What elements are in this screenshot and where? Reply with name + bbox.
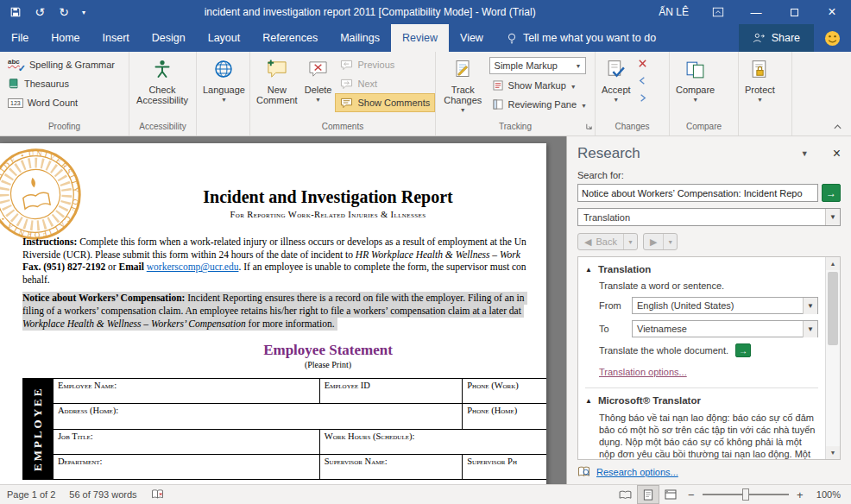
zoom-slider-thumb[interactable] (742, 488, 749, 501)
web-layout-button[interactable] (659, 485, 682, 504)
reviewing-pane-button[interactable]: Reviewing Pane ▼ (488, 95, 592, 114)
group-label-protect (739, 121, 791, 135)
table-cell[interactable]: Supervisor Name: (319, 454, 462, 479)
proofing-status-button[interactable] (144, 485, 171, 504)
table-cell[interactable]: Supervisor Ph (463, 454, 546, 479)
previous-comment-button[interactable]: Previous (335, 55, 435, 74)
next-comment-button[interactable]: Next (335, 74, 435, 93)
show-comments-toggle[interactable]: Show Comments (335, 93, 435, 112)
share-button[interactable]: Share (739, 24, 814, 52)
document-canvas[interactable]: UNIVERSITY OF CALIFORNIA • RIVERSIDE • I… (0, 136, 566, 484)
to-language-select[interactable]: Vietnamese ▼ (632, 320, 818, 337)
tab-mailings[interactable]: Mailings (329, 24, 391, 52)
table-cell[interactable]: Phone (Work) (463, 379, 546, 404)
zoom-level[interactable]: 100% (810, 489, 851, 500)
read-mode-icon (619, 490, 632, 500)
scroll-up-button[interactable]: ▲ (826, 257, 840, 270)
reject-change-button[interactable] (636, 57, 650, 69)
track-changes-button[interactable]: Track Changes ▼ (438, 54, 488, 121)
email-link[interactable]: workerscomp@ucr.edu (147, 261, 239, 272)
translate-document-button[interactable]: → (735, 343, 751, 357)
divider (585, 387, 818, 388)
translator-section-header[interactable]: ▲ Microsoft® Translator (585, 395, 818, 406)
pane-options-button[interactable]: ▼ (801, 149, 809, 158)
table-cell[interactable]: Phone (Home) (463, 404, 546, 429)
back-history-dropdown[interactable]: ▼ (623, 234, 637, 249)
compare-icon (684, 59, 706, 80)
tab-insert[interactable]: Insert (91, 24, 141, 52)
spelling-grammar-button[interactable]: abc✓ Spelling & Grammar (3, 55, 120, 74)
forward-history-dropdown[interactable]: ▼ (663, 234, 677, 249)
tell-me-box[interactable]: Tell me what you want to do (495, 24, 668, 52)
scrollbar-thumb[interactable] (828, 272, 838, 345)
document-page[interactable]: UNIVERSITY OF CALIFORNIA • RIVERSIDE • I… (0, 143, 546, 484)
signed-in-user[interactable]: ẤN LÊ (659, 6, 689, 18)
maximize-button[interactable] (775, 0, 813, 24)
tab-layout[interactable]: Layout (197, 24, 252, 52)
customize-qat-button[interactable]: ▾ (76, 0, 91, 24)
read-mode-button[interactable] (615, 485, 637, 504)
page-indicator[interactable]: Page 1 of 2 (0, 485, 62, 504)
zoom-in-button[interactable]: + (791, 488, 810, 501)
tab-review[interactable]: Review (391, 24, 449, 52)
research-search-input[interactable] (577, 184, 818, 202)
redo-button[interactable]: ↻ (52, 0, 76, 24)
display-for-review-select[interactable]: Simple Markup ▼ (489, 57, 586, 74)
reference-source-select[interactable]: Translation ▼ (577, 208, 841, 226)
delete-comment-button[interactable]: Delete ▼ (301, 54, 336, 121)
group-label-changes: Changes (596, 121, 669, 135)
accessibility-person-icon (152, 59, 173, 79)
group-label-language (197, 121, 249, 135)
results-scrollbar[interactable]: ▲ ▼ (825, 257, 840, 459)
save-button[interactable] (3, 0, 28, 24)
forward-button[interactable]: ▶ ▼ (643, 233, 678, 250)
start-search-button[interactable]: → (822, 184, 841, 202)
scrollbar-track[interactable] (826, 270, 840, 446)
undo-button[interactable]: ↺ (28, 0, 52, 24)
from-language-select[interactable]: English (United States) ▼ (632, 297, 818, 314)
word-count-indicator[interactable]: 56 of 793 words (62, 485, 143, 504)
feedback-button[interactable] (814, 24, 851, 52)
translation-section-header[interactable]: ▲ Translation (585, 264, 818, 274)
ribbon-display-options-button[interactable] (699, 0, 737, 24)
table-cell[interactable]: Department: (54, 454, 320, 479)
table-cell[interactable]: Job Title: (54, 429, 320, 454)
back-button[interactable]: ◀Back ▼ (577, 233, 638, 250)
thesaurus-button[interactable]: Thesaurus (3, 74, 120, 93)
tracking-dialog-launcher[interactable] (585, 122, 593, 134)
titlebar: ↺ ↻ ▾ incident and investigation report … (0, 0, 851, 24)
protect-button[interactable]: Protect ▼ (741, 54, 779, 121)
next-change-button[interactable] (636, 91, 650, 104)
collapse-ribbon-button[interactable] (833, 118, 842, 134)
language-button[interactable]: Language ▼ (199, 54, 249, 121)
table-cell[interactable]: Employee Name: (54, 379, 320, 404)
translation-options-link[interactable]: Translation options... (599, 367, 687, 377)
tab-home[interactable]: Home (40, 24, 91, 52)
to-label: To (599, 324, 625, 334)
research-options-link[interactable]: Research options... (596, 467, 678, 477)
table-cell[interactable]: Address (Home): (54, 404, 463, 429)
tab-view[interactable]: View (449, 24, 495, 52)
previous-change-button[interactable] (636, 74, 650, 86)
next-comment-icon (340, 79, 353, 90)
tab-file[interactable]: File (0, 24, 40, 52)
tab-design[interactable]: Design (141, 24, 197, 52)
research-results: ▲ Translation Translate a word or senten… (577, 256, 841, 460)
table-cell[interactable]: Work Hours (Schedule): (319, 429, 546, 454)
scroll-down-button[interactable]: ▼ (826, 446, 840, 459)
tab-references[interactable]: References (251, 24, 329, 52)
close-pane-button[interactable]: × (833, 147, 841, 161)
check-accessibility-button[interactable]: Check Accessibility (132, 54, 192, 121)
close-button[interactable]: × (813, 0, 851, 24)
print-layout-button[interactable] (637, 485, 659, 504)
show-markup-button[interactable]: Show Markup ▼ (488, 76, 592, 95)
accept-button[interactable]: Accept ▼ (598, 54, 634, 121)
word-count-button[interactable]: 123 Word Count (3, 93, 120, 112)
compare-button[interactable]: Compare ▼ (672, 54, 718, 121)
new-comment-button[interactable]: New Comment (253, 54, 301, 121)
employee-table[interactable]: EMPLOYEE Employee Name: Employee ID Phon… (22, 378, 546, 480)
minimize-button[interactable]: — (737, 0, 775, 24)
zoom-slider[interactable] (703, 494, 789, 495)
table-cell[interactable]: Employee ID (319, 379, 462, 404)
zoom-out-button[interactable]: − (682, 488, 701, 501)
